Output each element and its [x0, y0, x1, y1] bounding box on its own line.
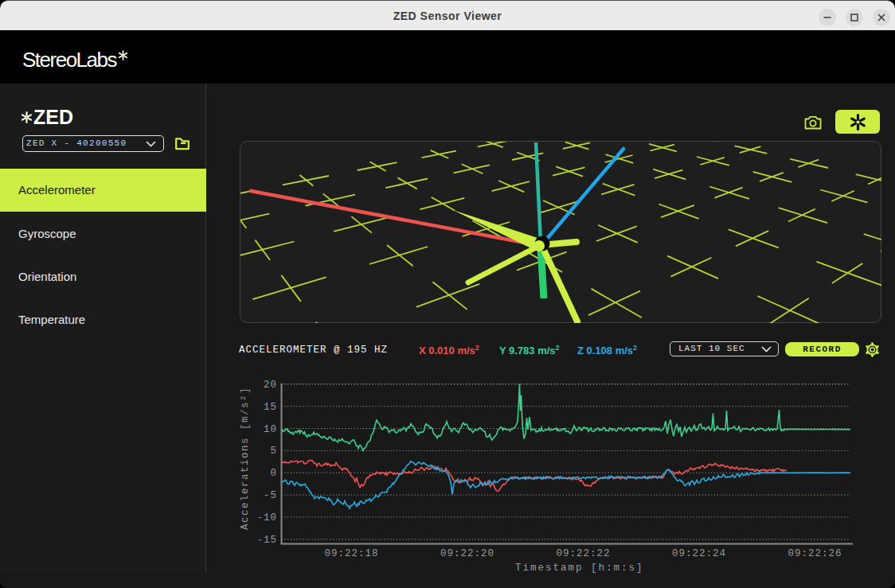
svg-text:-5: -5: [264, 490, 277, 501]
svg-text:-10: -10: [256, 512, 277, 524]
svg-text:10: 10: [264, 424, 277, 435]
svg-text:-15: -15: [256, 535, 277, 546]
svg-text:09:22:26: 09:22:26: [788, 548, 842, 559]
svg-text:20: 20: [264, 380, 277, 391]
svg-text:5: 5: [270, 446, 277, 457]
svg-text:Accelerations [m/s²]: Accelerations [m/s²]: [240, 387, 251, 530]
svg-text:15: 15: [264, 402, 277, 413]
svg-text:0: 0: [270, 468, 277, 479]
svg-text:09:22:24: 09:22:24: [672, 548, 726, 559]
svg-text:09:22:18: 09:22:18: [324, 548, 378, 559]
svg-text:09:22:20: 09:22:20: [440, 548, 494, 559]
svg-text:Timestamp [h:m:s]: Timestamp [h:m:s]: [515, 563, 644, 574]
svg-text:09:22:22: 09:22:22: [556, 548, 610, 559]
